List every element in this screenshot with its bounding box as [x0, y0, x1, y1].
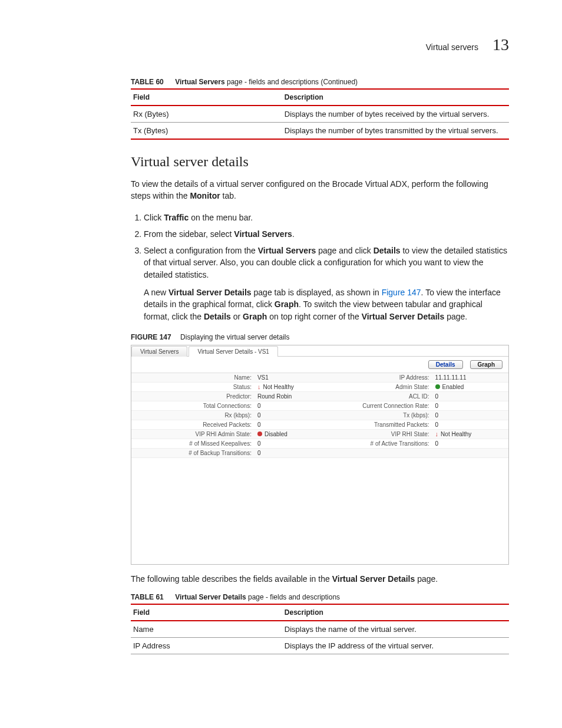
- intro-paragraph: To view the details of a virtual server …: [131, 178, 509, 202]
- figure-label: FIGURE 147: [131, 333, 171, 341]
- field-value: 0: [433, 420, 508, 429]
- table60-col-desc: Description: [282, 90, 509, 106]
- field-value: 0: [433, 411, 508, 420]
- field-label: Admin State:: [320, 383, 433, 391]
- table60-col-field: Field: [131, 90, 282, 106]
- field-value: Disabled: [255, 430, 320, 439]
- field-label: Total Connections:: [131, 401, 255, 410]
- field-value: 0: [255, 420, 320, 429]
- field-label: Tx (kbps):: [320, 411, 433, 420]
- cell-field: IP Address: [131, 638, 282, 654]
- step-1: Click Traffic on the menu bar.: [144, 212, 509, 223]
- figure-data-row: Received Packets:0Transmitted Packets:0: [131, 420, 508, 430]
- field-value: ↓Not Healthy: [255, 383, 320, 391]
- field-label: Received Packets:: [131, 420, 255, 429]
- figure-data-row: Total Connections:0Current Connection Ra…: [131, 401, 508, 411]
- field-value: Enabled: [433, 383, 508, 391]
- cell-desc: Displays the name of the virtual server.: [282, 621, 509, 638]
- table60-title-rest: page - fields and descriptions (Continue…: [225, 78, 358, 86]
- tab-virtual-servers[interactable]: Virtual Servers: [131, 346, 187, 357]
- figure-data-row: Name:VS1IP Address:11.11.11.11: [131, 373, 508, 383]
- cell-desc: Displays the number of bytes transmitted…: [282, 123, 509, 139]
- cell-desc: Displays the number of bytes received by…: [282, 106, 509, 123]
- field-label: Predictor:: [131, 392, 255, 401]
- table61-title: TABLE 61 Virtual Server Details page - f…: [131, 593, 509, 601]
- status-dot-icon: [257, 431, 262, 436]
- figure-link[interactable]: Figure 147: [382, 288, 421, 297]
- field-label: Name:: [131, 373, 255, 382]
- field-value: 0: [255, 449, 320, 457]
- field-label: Rx (kbps):: [131, 411, 255, 420]
- header-page-number: 13: [492, 35, 509, 54]
- field-label: Current Connection Rate:: [320, 401, 433, 410]
- field-label: VIP RHI State:: [320, 430, 433, 439]
- table60-title: TABLE 60 Virtual Servers page - fields a…: [131, 78, 509, 86]
- graph-button[interactable]: Graph: [470, 360, 503, 369]
- figure-data-row: Status:↓Not HealthyAdmin State:Enabled: [131, 383, 508, 392]
- figure-data-row: # of Missed Keepalives:0# of Active Tran…: [131, 439, 508, 449]
- field-value: 0: [433, 439, 508, 448]
- field-value: 0: [255, 401, 320, 410]
- figure-data-row: # of Backup Transitions:0: [131, 449, 508, 458]
- field-value: 11.11.11.11: [433, 373, 508, 382]
- field-label: # of Backup Transitions:: [131, 449, 255, 457]
- table61-title-rest: page - fields and descriptions: [246, 593, 340, 601]
- figure-tabs: Virtual Servers Virtual Server Details -…: [131, 345, 508, 357]
- field-label: Status:: [131, 383, 255, 391]
- cell-field: Tx (Bytes): [131, 123, 282, 139]
- field-value: 0: [255, 411, 320, 420]
- header-section: Virtual servers: [426, 42, 478, 52]
- page-header: Virtual servers 13: [53, 35, 509, 54]
- figure-caption: FIGURE 147 Displaying the virtual server…: [131, 333, 509, 341]
- field-value: 0: [255, 439, 320, 448]
- figure-toolbar: Details Graph: [131, 357, 508, 373]
- field-value: ↓Not Healthy: [433, 430, 508, 439]
- table-row: Rx (Bytes) Displays the number of bytes …: [131, 106, 509, 123]
- field-label: [320, 449, 433, 457]
- field-label: # of Active Transitions:: [320, 439, 433, 448]
- cell-field: Name: [131, 621, 282, 638]
- cell-desc: Displays the IP address of the virtual s…: [282, 638, 509, 654]
- field-value: [433, 449, 508, 457]
- figure-147: Virtual Servers Virtual Server Details -…: [131, 345, 509, 565]
- figure-data-row: VIP RHI Admin State:DisabledVIP RHI Stat…: [131, 430, 508, 439]
- table60-label: TABLE 60: [131, 78, 164, 86]
- down-arrow-icon: ↓: [257, 384, 261, 390]
- down-arrow-icon: ↓: [435, 431, 439, 437]
- table61-col-desc: Description: [282, 605, 509, 621]
- table61: Field Description Name Displays the name…: [131, 604, 509, 654]
- details-button[interactable]: Details: [428, 360, 463, 369]
- post-figure-paragraph: The following table describes the fields…: [131, 573, 509, 585]
- figure-grid: Name:VS1IP Address:11.11.11.11Status:↓No…: [131, 373, 508, 458]
- steps-list: Click Traffic on the menu bar. From the …: [131, 212, 509, 322]
- cell-field: Rx (Bytes): [131, 106, 282, 123]
- table-row: Name Displays the name of the virtual se…: [131, 621, 509, 638]
- table61-col-field: Field: [131, 605, 282, 621]
- figure-caption-text: Displaying the virtual server details: [180, 333, 289, 341]
- status-dot-icon: [435, 384, 440, 389]
- figure-data-row: Rx (kbps):0Tx (kbps):0: [131, 411, 508, 420]
- field-label: # of Missed Keepalives:: [131, 439, 255, 448]
- step-2: From the sidebar, select Virtual Servers…: [144, 228, 509, 240]
- table-row: Tx (Bytes) Displays the number of bytes …: [131, 123, 509, 139]
- field-label: Transmitted Packets:: [320, 420, 433, 429]
- tab-virtual-server-details[interactable]: Virtual Server Details - VS1: [189, 346, 278, 357]
- table61-title-bold: Virtual Server Details: [175, 593, 246, 601]
- field-value: VS1: [255, 373, 320, 382]
- step-3: Select a configuration from the Virtual …: [144, 245, 509, 322]
- table-row: IP Address Displays the IP address of th…: [131, 638, 509, 654]
- step-3-paragraph: A new Virtual Server Details page tab is…: [144, 286, 509, 322]
- table60: Field Description Rx (Bytes) Displays th…: [131, 88, 509, 140]
- figure-data-row: Predictor:Round RobinACL ID:0: [131, 392, 508, 401]
- field-label: ACL ID:: [320, 392, 433, 401]
- field-value: Round Robin: [255, 392, 320, 401]
- field-value: 0: [433, 392, 508, 401]
- table61-label: TABLE 61: [131, 593, 164, 601]
- field-label: IP Address:: [320, 373, 433, 382]
- section-heading: Virtual server details: [131, 154, 509, 170]
- field-label: VIP RHI Admin State:: [131, 430, 255, 439]
- field-value: 0: [433, 401, 508, 410]
- table60-title-bold: Virtual Servers: [175, 78, 225, 86]
- figure-blank-area: [131, 458, 508, 564]
